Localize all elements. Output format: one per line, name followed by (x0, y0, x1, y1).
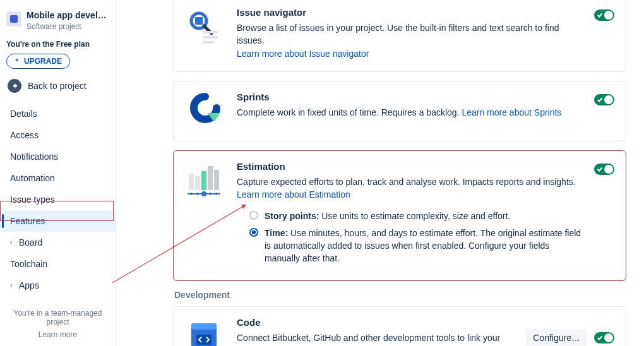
option-desc: Use minutes, hours, and days to estimate… (265, 228, 581, 264)
footer-learn-more-link[interactable]: Learn more (6, 330, 109, 339)
sidebar-item-board[interactable]: ›Board (0, 232, 116, 253)
svg-point-12 (190, 193, 193, 195)
option-time[interactable]: Time: Use minutes, hours, and days to es… (249, 227, 583, 265)
sidebar-item-automation[interactable]: Automation (0, 167, 116, 189)
option-story-points[interactable]: Story points: Use units to estimate comp… (249, 210, 583, 222)
card-desc: Complete work in fixed units of time. Re… (237, 107, 462, 117)
sparkle-icon (13, 57, 21, 65)
card-sprints: Sprints Complete work in fixed units of … (173, 81, 626, 141)
svg-point-15 (209, 193, 212, 195)
radio-unchecked-icon (249, 211, 258, 220)
card-title: Code (237, 317, 515, 328)
card-title: Issue navigator (237, 7, 583, 18)
card-desc: Browse a list of issues in your project.… (237, 23, 559, 45)
main-content: Issue navigator Browse a list of issues … (116, 0, 644, 346)
sidebar-item-issue-types[interactable]: Issue types (0, 189, 116, 210)
chevron-right-icon: › (10, 239, 15, 246)
project-header[interactable]: Mobile app developme… Software project (0, 6, 116, 35)
estimation-icon (185, 161, 225, 199)
toggle-code[interactable] (594, 332, 614, 343)
svg-rect-8 (201, 171, 206, 190)
card-desc: Capture expected efforts to plan, track … (237, 177, 576, 187)
svg-rect-6 (189, 174, 194, 190)
svg-rect-9 (208, 166, 213, 190)
chevron-right-icon: › (10, 282, 15, 289)
code-icon (185, 317, 225, 346)
sidebar-item-access[interactable]: Access (0, 124, 116, 146)
estimation-options: Story points: Use units to estimate comp… (249, 210, 583, 265)
option-label: Time: (265, 228, 288, 238)
svg-rect-1 (195, 17, 203, 25)
back-arrow-icon (8, 79, 21, 93)
toggle-sprints[interactable] (594, 94, 614, 105)
issue-navigator-icon (185, 7, 225, 45)
project-avatar-icon (6, 11, 21, 27)
svg-rect-5 (203, 41, 214, 44)
configure-button[interactable]: Configure… (527, 329, 587, 346)
card-code: Code Connect Bitbucket, GitHub and other… (173, 306, 626, 346)
option-desc: Use units to estimate complexity, size a… (319, 211, 510, 221)
svg-rect-7 (195, 176, 200, 190)
sidebar: Mobile app developme… Software project Y… (0, 0, 116, 346)
section-development: Development (174, 290, 626, 300)
back-to-project[interactable]: Back to project (0, 75, 116, 99)
project-subtitle: Software project (27, 22, 109, 31)
svg-rect-10 (214, 170, 219, 190)
toggle-estimation[interactable] (594, 164, 614, 175)
svg-rect-3 (203, 31, 218, 33)
svg-point-13 (196, 193, 199, 195)
sidebar-item-apps[interactable]: ›Apps (0, 275, 116, 296)
project-title: Mobile app developme… (27, 10, 109, 21)
card-estimation: Estimation Capture expected efforts to p… (173, 150, 626, 281)
sidebar-item-features[interactable]: Features (0, 210, 116, 232)
svg-point-14 (201, 191, 206, 196)
learn-more-link[interactable]: Learn more about Sprints (462, 107, 561, 117)
card-title: Sprints (237, 92, 583, 102)
footer-line: You're in a team-managed project (14, 309, 102, 326)
toggle-issue-navigator[interactable] (594, 9, 614, 21)
card-issue-navigator: Issue navigator Browse a list of issues … (173, 0, 626, 72)
learn-more-link[interactable]: Learn more about Estimation (237, 189, 350, 200)
sidebar-item-notifications[interactable]: Notifications (0, 146, 116, 167)
option-label: Story points: (265, 211, 319, 221)
sprint-icon (185, 92, 225, 129)
sidebar-footer: You're in a team-managed project Learn m… (0, 296, 116, 346)
sidebar-item-details[interactable]: Details (0, 103, 116, 124)
radio-checked-icon (249, 228, 258, 237)
svg-rect-18 (191, 323, 217, 330)
svg-point-16 (215, 193, 218, 195)
back-label: Back to project (28, 81, 86, 91)
card-title: Estimation (237, 161, 583, 172)
upgrade-button[interactable]: UPGRADE (6, 54, 70, 69)
svg-rect-4 (203, 36, 218, 39)
upgrade-label: UPGRADE (24, 57, 62, 66)
sidebar-item-toolchain[interactable]: Toolchain (0, 253, 116, 275)
card-desc: Connect Bitbucket, GitHub and other deve… (237, 333, 500, 346)
plan-line: You're on the Free plan (0, 35, 116, 51)
settings-nav: Details Access Notifications Automation … (0, 102, 116, 296)
learn-more-link[interactable]: Learn more about Issue navigator (237, 49, 369, 59)
